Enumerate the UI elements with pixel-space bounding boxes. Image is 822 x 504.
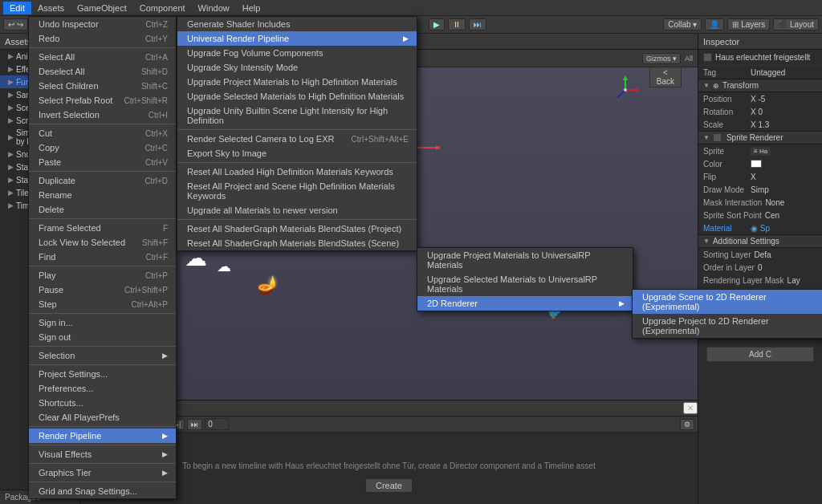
menu-step[interactable]: Step Ctrl+Alt+P bbox=[29, 297, 176, 311]
submenu-upgrade-fog[interactable]: Upgrade Fog Volume Components bbox=[177, 46, 417, 60]
collab-button[interactable]: Collab ▾ bbox=[663, 18, 702, 30]
gizmos-btn[interactable]: Gizmos ▾ bbox=[642, 53, 681, 64]
visual-effects-label: Visual Effects bbox=[39, 449, 92, 459]
menu-gameobject[interactable]: GameObject bbox=[71, 2, 133, 14]
rotation-x[interactable]: X 0 bbox=[751, 108, 817, 116]
timeline-settings-btn[interactable]: ⚙ bbox=[680, 419, 694, 430]
timeline-close-btn[interactable]: ✕ bbox=[683, 402, 698, 414]
tag-value[interactable]: Untagged bbox=[751, 68, 817, 77]
menu-lock-view[interactable]: Lock View to Selected Shift+F bbox=[29, 235, 176, 250]
menu-play[interactable]: Play Ctrl+P bbox=[29, 268, 176, 282]
menu-shortcuts[interactable]: Shortcuts... bbox=[29, 396, 176, 410]
submenu-upgrade-sky[interactable]: Upgrade Sky Intensity Mode bbox=[177, 60, 417, 75]
timeline-create-btn[interactable]: Create bbox=[365, 478, 413, 493]
draw-mode-value[interactable]: Simp bbox=[751, 185, 817, 194]
menu-select-children[interactable]: Select Children Shift+C bbox=[29, 79, 176, 93]
menu-sign-out[interactable]: Sign out bbox=[29, 330, 176, 344]
submenu-render-camera[interactable]: Render Selected Camera to Log EXR Ctrl+S… bbox=[177, 132, 417, 146]
order-layer-value[interactable]: 0 bbox=[758, 263, 817, 272]
sprite-renderer-checkbox[interactable] bbox=[713, 133, 722, 142]
menu-assets[interactable]: Assets bbox=[31, 2, 71, 14]
menu-visual-effects[interactable]: Visual Effects ▶ bbox=[29, 447, 176, 461]
material-value[interactable]: ◉ Sp bbox=[751, 224, 817, 233]
deselect-all-label: Deselect All bbox=[39, 67, 84, 76]
add-component-btn[interactable]: Add C bbox=[706, 347, 814, 362]
menu-paste[interactable]: Paste Ctrl+V bbox=[29, 155, 176, 169]
lock-view-shortcut: Shift+F bbox=[142, 238, 168, 247]
menu-grid-snap[interactable]: Grid and Snap Settings... bbox=[29, 484, 176, 498]
menu-redo[interactable]: Redo Ctrl+Y bbox=[29, 31, 176, 46]
menu-help[interactable]: Help bbox=[236, 2, 267, 14]
cut-shortcut: Ctrl+X bbox=[145, 129, 168, 138]
submenu-upgrade-proj-urp[interactable]: Upgrade Project Materials to UniversalRP… bbox=[417, 248, 633, 272]
menu-deselect-all[interactable]: Deselect All Shift+D bbox=[29, 64, 176, 79]
menu-clear-playerprefs[interactable]: Clear All PlayerPrefs bbox=[29, 410, 176, 425]
timeline-frame-input[interactable] bbox=[205, 418, 229, 430]
submenu-upgrade-sel-hd[interactable]: Upgrade Selected Materials to High Defin… bbox=[177, 89, 417, 104]
submenu-reset-loaded[interactable]: Reset All Loaded High Definition Materia… bbox=[177, 165, 417, 179]
render-layer-value[interactable]: Lay bbox=[787, 276, 817, 285]
menu-cut[interactable]: Cut Ctrl+X bbox=[29, 126, 176, 140]
sorting-layer-row: Sorting Layer Defa bbox=[698, 248, 822, 261]
menu-frame-selected[interactable]: Frame Selected F bbox=[29, 221, 176, 235]
undo-redo-btn[interactable]: ↩ ↪ bbox=[3, 18, 28, 30]
submenu-2d-renderer[interactable]: 2D Renderer ▶ bbox=[417, 296, 633, 311]
submenu-generate-shader[interactable]: Generate Shader Includes bbox=[177, 17, 417, 31]
submenu-upgrade-proj-2d[interactable]: Upgrade Project to 2D Renderer (Experime… bbox=[633, 314, 822, 338]
submenu-upgrade-all[interactable]: Upgrade all Materials to newer version bbox=[177, 203, 417, 217]
menu-sign-in[interactable]: Sign in... bbox=[29, 315, 176, 330]
menu-render-pipeline[interactable]: Render Pipeline ▶ bbox=[29, 429, 176, 443]
menu-select-all[interactable]: Select All Ctrl+A bbox=[29, 50, 176, 64]
menu-graphics-tier[interactable]: Graphics Tier ▶ bbox=[29, 465, 176, 480]
menu-pause[interactable]: Pause Ctrl+Shift+P bbox=[29, 282, 176, 297]
menu-delete[interactable]: Delete bbox=[29, 202, 176, 217]
sprite-x-btn[interactable]: ≡ Ha bbox=[751, 147, 771, 156]
object-active-checkbox[interactable] bbox=[703, 53, 712, 62]
material-label: Material bbox=[703, 224, 747, 233]
color-swatch[interactable] bbox=[751, 160, 762, 168]
menu-invert-selection[interactable]: Invert Selection Ctrl+I bbox=[29, 108, 176, 122]
play-button[interactable]: ▶ bbox=[429, 18, 445, 30]
menu-find[interactable]: Find Ctrl+F bbox=[29, 250, 176, 264]
undo-shortcut: Ctrl+Z bbox=[146, 20, 169, 29]
layers-button[interactable]: ⊞ Layers bbox=[727, 18, 770, 30]
mask-interaction-value[interactable]: None bbox=[765, 198, 817, 207]
submenu-reset-all-proj[interactable]: Reset All Project and Scene High Definit… bbox=[177, 179, 417, 203]
position-x[interactable]: X -5 bbox=[751, 95, 817, 104]
account-button[interactable]: 👤 bbox=[705, 18, 724, 30]
sprite-sort-value[interactable]: Cen bbox=[765, 211, 817, 220]
menu-preferences[interactable]: Preferences... bbox=[29, 381, 176, 396]
upgrade-proj-hd-label: Upgrade Project Materials to High Defini… bbox=[187, 77, 397, 87]
menu-rename[interactable]: Rename bbox=[29, 188, 176, 202]
sep-11 bbox=[29, 463, 176, 464]
timeline-end-btn[interactable]: ⏭ bbox=[187, 419, 202, 430]
submenu-upgrade-scene-2d[interactable]: Upgrade Scene to 2D Renderer (Experiment… bbox=[633, 290, 822, 314]
submenu-export-sky[interactable]: Export Sky to Image bbox=[177, 146, 417, 161]
submenu-urp[interactable]: Universal Render Pipeline ▶ bbox=[177, 31, 417, 46]
frame-shortcut: F bbox=[163, 224, 168, 233]
menu-selection[interactable]: Selection ▶ bbox=[29, 348, 176, 363]
rename-label: Rename bbox=[39, 190, 72, 200]
menu-copy[interactable]: Copy Ctrl+C bbox=[29, 140, 176, 155]
menu-component[interactable]: Component bbox=[133, 2, 192, 14]
render-layer-label: Rendering Layer Mask bbox=[703, 276, 784, 285]
menu-select-prefab-root[interactable]: Select Prefab Root Ctrl+Shift+R bbox=[29, 93, 176, 108]
step-label: Step bbox=[39, 299, 57, 309]
scale-x[interactable]: X 1.3 bbox=[751, 120, 817, 129]
layout-button[interactable]: ⬛ Layout bbox=[773, 18, 819, 30]
back-button[interactable]: < Back bbox=[649, 67, 682, 87]
submenu-reset-shadergraph-proj[interactable]: Reset All ShaderGraph Materials BlendSta… bbox=[177, 222, 417, 236]
menu-project-settings[interactable]: Project Settings... bbox=[29, 367, 176, 381]
menu-window[interactable]: Window bbox=[192, 2, 236, 14]
sorting-layer-value[interactable]: Defa bbox=[754, 250, 817, 259]
menu-undo-inspector[interactable]: Undo Inspector Ctrl+Z bbox=[29, 17, 176, 31]
submenu-reset-shadergraph-scene[interactable]: Reset All ShaderGraph Materials BlendSta… bbox=[177, 236, 417, 250]
submenu-upgrade-sel-urp[interactable]: Upgrade Selected Materials to UniversalR… bbox=[417, 272, 633, 296]
menu-edit[interactable]: Edit bbox=[3, 2, 31, 14]
submenu-upgrade-proj-hd[interactable]: Upgrade Project Materials to High Defini… bbox=[177, 75, 417, 89]
submenu-upgrade-unity-builtin[interactable]: Upgrade Unity Builtin Scene Light Intens… bbox=[177, 104, 417, 128]
sep-4 bbox=[29, 218, 176, 219]
menu-duplicate[interactable]: Duplicate Ctrl+D bbox=[29, 173, 176, 188]
pause-button[interactable]: ⏸ bbox=[448, 18, 466, 30]
step-button[interactable]: ⏭ bbox=[469, 18, 486, 30]
